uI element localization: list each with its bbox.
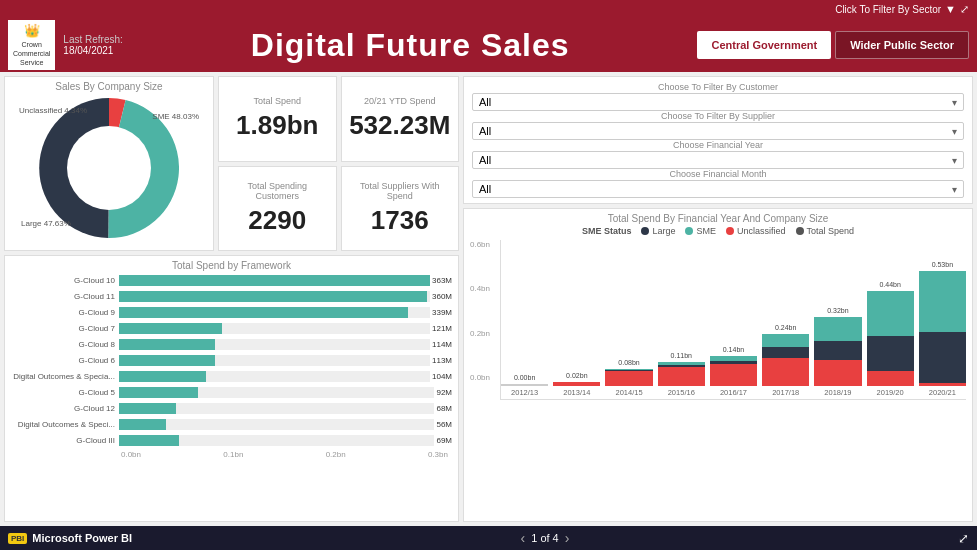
bar-label: G-Cloud 9 <box>11 308 119 317</box>
stacked-value-label: 0.14bn <box>723 345 744 355</box>
filter-value: All <box>479 154 491 166</box>
y-axis-2: 0.4bn <box>470 284 500 293</box>
logo-box: 👑 Crown Commercial Service <box>8 20 55 70</box>
bar-chart-section: Total Spend by Framework G-Cloud 10363MG… <box>4 255 459 522</box>
stacked-segment-unclassified <box>762 358 809 386</box>
bar-fill <box>119 403 176 414</box>
stacked-bar-col: 0.44bn2019/20 <box>867 280 914 397</box>
legend-sme: SME <box>685 226 716 236</box>
bar-track <box>119 323 430 334</box>
filter-select[interactable]: All▾ <box>472 93 964 111</box>
stacked-segment-unclassified <box>658 367 705 386</box>
bar-value: 104M <box>432 372 452 381</box>
y-axis-3: 0.6bn <box>470 240 500 249</box>
stacked-segment-unclassified <box>919 383 966 386</box>
bar-fill <box>119 307 408 318</box>
share-icon[interactable]: ⤢ <box>958 531 969 546</box>
filter-label: Choose Financial Year <box>472 140 964 150</box>
stacked-bar-col: 0.53bn2020/21 <box>919 260 966 397</box>
axis-0: 0.0bn <box>121 450 141 459</box>
nav-prev[interactable]: ‹ <box>521 530 526 546</box>
stacked-value-label: 0.02bn <box>566 371 587 381</box>
legend-large: Large <box>641 226 675 236</box>
filter-value: All <box>479 125 491 137</box>
bar-label: G-Cloud 8 <box>11 340 119 349</box>
stacked-segment-unclassified <box>605 371 652 386</box>
y-axis-0: 0.0bn <box>470 373 500 382</box>
filters-section: Choose To Filter By CustomerAll▾Choose T… <box>463 76 973 204</box>
bar-label: G-Cloud 10 <box>11 276 119 285</box>
page-info: 1 of 4 <box>531 532 559 544</box>
nav-next[interactable]: › <box>565 530 570 546</box>
stacked-bar-col: 0.08bn2014/15 <box>605 358 652 397</box>
filter-group-3: Choose Financial MonthAll▾ <box>472 169 964 198</box>
stacked-bar-col: 0.24bn2017/18 <box>762 323 809 397</box>
legend-total: Total Spend <box>796 226 855 236</box>
bar-row: G-Cloud 10363M <box>11 273 452 288</box>
central-government-button[interactable]: Central Government <box>697 31 831 59</box>
stacked-segment-empty <box>501 384 548 386</box>
filter-icon: ▼ <box>945 3 956 15</box>
stacked-year-label: 2017/18 <box>772 388 799 397</box>
filter-click-label: Click To Filter By Sector <box>835 4 941 15</box>
pbi-icon: PBI <box>8 533 27 544</box>
bar-value: 360M <box>432 292 452 301</box>
bar-label: Digital Outcomes & Speci... <box>11 420 119 429</box>
bar-chart-title: Total Spend by Framework <box>11 260 452 271</box>
filter-label: Choose To Filter By Customer <box>472 82 964 92</box>
bar-value: 339M <box>432 308 452 317</box>
bar-fill <box>119 323 222 334</box>
bar-row: G-Cloud 7121M <box>11 321 452 336</box>
bar-value: 114M <box>432 340 452 349</box>
wider-public-sector-button[interactable]: Wider Public Sector <box>835 31 969 59</box>
filter-select[interactable]: All▾ <box>472 180 964 198</box>
label-large: Large 47.63% <box>21 219 71 228</box>
stacked-bar-stack <box>710 356 757 386</box>
bar-track <box>119 339 430 350</box>
bottom-icons: ⤢ <box>958 531 969 546</box>
filter-select[interactable]: All▾ <box>472 151 964 169</box>
bar-row: G-Cloud 8114M <box>11 337 452 352</box>
bar-track <box>119 307 430 318</box>
kpi-ytd-label: 20/21 YTD Spend <box>348 96 453 106</box>
bar-row: G-Cloud 1268M <box>11 401 452 416</box>
bar-fill <box>119 291 427 302</box>
axis-3: 0.3bn <box>428 450 448 459</box>
stacked-segment-unclassified <box>814 360 861 386</box>
stacked-bar-stack <box>919 271 966 386</box>
bar-label: G-Cloud 11 <box>11 292 119 301</box>
bar-fill <box>119 419 166 430</box>
bar-fill <box>119 435 179 446</box>
page-nav: ‹ 1 of 4 › <box>521 530 570 546</box>
stacked-year-label: 2014/15 <box>615 388 642 397</box>
stacked-bar-col: 0.02bn2013/14 <box>553 371 600 397</box>
kpi-total-spend-value: 1.89bn <box>225 110 330 141</box>
main-title: Digital Future Sales <box>123 27 698 64</box>
stacked-segment-large <box>919 332 966 383</box>
stacked-segment-sme <box>919 271 966 332</box>
stacked-segment-large <box>867 336 914 371</box>
stacked-year-label: 2016/17 <box>720 388 747 397</box>
bar-track <box>119 355 430 366</box>
bar-label: G-Cloud 7 <box>11 324 119 333</box>
bar-track <box>119 435 434 446</box>
stacked-segment-large <box>814 341 861 360</box>
stacked-bar-stack <box>762 334 809 386</box>
bar-track <box>119 387 434 398</box>
kpi-total-spend: Total Spend 1.89bn <box>218 76 337 162</box>
stacked-year-label: 2012/13 <box>511 388 538 397</box>
kpi-customers-value: 2290 <box>225 205 330 236</box>
stacked-year-label: 2018/19 <box>824 388 851 397</box>
stacked-year-label: 2013/14 <box>563 388 590 397</box>
stacked-chart-title: Total Spend By Financial Year And Compan… <box>470 213 966 224</box>
stacked-segment-unclassified <box>553 382 600 386</box>
filter-label: Choose To Filter By Supplier <box>472 111 964 121</box>
bar-value: 113M <box>432 356 452 365</box>
bar-track <box>119 371 430 382</box>
bar-row: Digital Outcomes & Speci...56M <box>11 417 452 432</box>
kpi-suppliers: Total Suppliers With Spend 1736 <box>341 166 460 252</box>
filter-value: All <box>479 183 491 195</box>
bar-fill <box>119 355 215 366</box>
dropdown-arrow-icon: ▾ <box>952 97 957 108</box>
filter-select[interactable]: All▾ <box>472 122 964 140</box>
